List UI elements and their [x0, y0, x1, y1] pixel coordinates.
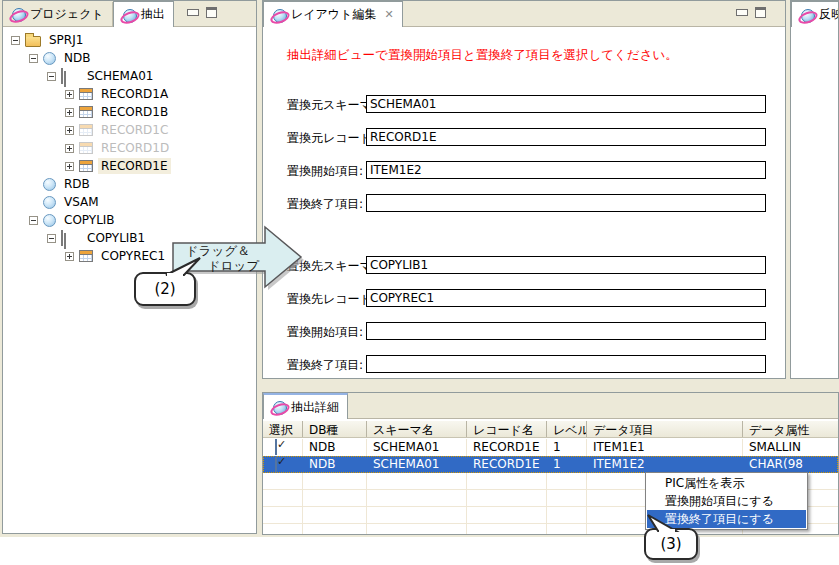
- tree-item-label: RECORD1D: [98, 140, 172, 156]
- drag-drop-label-line2: ドロップ: [208, 258, 259, 275]
- source-record-input[interactable]: [366, 128, 766, 146]
- source-end-item-label: 置換終了項目:: [287, 196, 363, 213]
- bubble-tail-icon: [646, 513, 682, 532]
- cell-dataitem: ITEM1E2: [587, 456, 743, 473]
- source-start-item-input[interactable]: [366, 161, 766, 179]
- expand-icon[interactable]: [65, 126, 74, 135]
- target-schema-input[interactable]: [366, 256, 766, 274]
- step-3-bubble: (3): [644, 528, 698, 560]
- reflect-panel: 反映: [790, 0, 839, 379]
- record-table-icon: [79, 88, 93, 100]
- cell-dbtype: NDB: [303, 456, 367, 473]
- source-record-label: 置換元レコード:: [287, 130, 376, 147]
- expand-icon[interactable]: [65, 144, 74, 153]
- step-2-label: (2): [154, 280, 175, 298]
- menu-item-set-start-item[interactable]: 置換開始項目にする: [647, 492, 806, 510]
- tree-item-sprj1[interactable]: SPRJ1: [3, 31, 256, 49]
- collapse-icon[interactable]: [29, 216, 38, 225]
- source-schema-input[interactable]: [366, 95, 766, 113]
- column-header-select[interactable]: 選択: [263, 421, 303, 437]
- table-row[interactable]: NDB SCHEMA01 RECORD1E 1 ITEM1E1 SMALLIN: [263, 439, 838, 456]
- reflect-tabbar: 反映: [791, 1, 838, 27]
- tab-layout-edit[interactable]: レイアウト編集 ✕: [263, 1, 403, 27]
- folder-icon: [25, 36, 41, 47]
- tab-layout-edit-label: レイアウト編集: [291, 6, 376, 23]
- tree-item-label: COPYLIB1: [84, 230, 148, 246]
- tree-item-record1d[interactable]: RECORD1D: [3, 139, 256, 157]
- minimize-icon[interactable]: [187, 9, 199, 16]
- checkbox-checked-icon[interactable]: [275, 456, 277, 472]
- table-header: 選択 DB種 スキーマ名 レコード名 レベル データ項目 データ属性: [263, 421, 838, 438]
- tab-project[interactable]: プロジェクト: [3, 2, 113, 26]
- tree-item-rdb[interactable]: RDB: [3, 175, 256, 193]
- expand-icon[interactable]: [65, 90, 74, 99]
- record-table-icon: [79, 124, 93, 136]
- source-end-item-input[interactable]: [366, 194, 766, 212]
- tree-item-label: SPRJ1: [46, 32, 86, 48]
- database-icon: [43, 214, 56, 227]
- tab-extract-detail-label: 抽出詳細: [291, 399, 339, 416]
- database-icon: [43, 52, 56, 65]
- checkbox-checked-icon[interactable]: [275, 439, 277, 455]
- tree-item-label: COPYLIB: [61, 212, 118, 228]
- instruction-message: 抽出詳細ビューで置換開始項目と置換終了項目を選択してください。: [287, 47, 678, 64]
- view-icon: [11, 7, 25, 21]
- column-header-schema[interactable]: スキーマ名: [367, 421, 467, 437]
- tree-item-vsam[interactable]: VSAM: [3, 193, 256, 211]
- tab-reflect-label: 反映: [819, 6, 839, 23]
- schema-icon: [61, 69, 79, 83]
- step-2-bubble: (2): [134, 272, 196, 306]
- expand-icon[interactable]: [65, 252, 74, 261]
- cell-dataitem: ITEM1E1: [587, 439, 743, 456]
- collapse-icon[interactable]: [29, 54, 38, 63]
- maximize-icon[interactable]: [755, 7, 766, 18]
- expand-icon[interactable]: [65, 162, 74, 171]
- table-row-selected[interactable]: NDB SCHEMA01 RECORD1E 1 ITEM1E2 CHAR(98: [263, 456, 838, 473]
- collapse-icon[interactable]: [47, 72, 56, 81]
- view-icon: [272, 400, 286, 414]
- menu-item-show-pic-attr[interactable]: PIC属性を表示: [647, 474, 806, 492]
- tab-extract-label: 抽出: [141, 6, 165, 23]
- tab-extract-detail[interactable]: 抽出詳細: [263, 393, 348, 419]
- column-header-level[interactable]: レベル: [547, 421, 587, 437]
- record-table-icon: [79, 250, 93, 262]
- layout-editor-tabbar: レイアウト編集 ✕: [263, 1, 785, 27]
- minimize-icon[interactable]: [736, 9, 748, 16]
- cell-dataattr: SMALLIN: [743, 439, 839, 456]
- tab-reflect[interactable]: 反映: [791, 1, 839, 27]
- target-end-item-label: 置換終了項目:: [287, 357, 363, 374]
- column-header-dataattr[interactable]: データ属性: [743, 421, 839, 437]
- database-icon: [43, 178, 56, 191]
- expand-icon[interactable]: [65, 108, 74, 117]
- column-header-dataitem[interactable]: データ項目: [587, 421, 743, 437]
- tree-item-record1e[interactable]: RECORD1E: [3, 157, 256, 175]
- navigator-window-buttons: [187, 7, 217, 18]
- tree-item-record1b[interactable]: RECORD1B: [3, 103, 256, 121]
- column-header-record[interactable]: レコード名: [467, 421, 547, 437]
- column-header-dbtype[interactable]: DB種: [303, 421, 367, 437]
- cell-record: RECORD1E: [467, 439, 547, 456]
- collapse-icon[interactable]: [11, 36, 20, 45]
- view-icon: [122, 8, 136, 22]
- target-start-item-label: 置換開始項目:: [287, 324, 363, 341]
- view-icon: [800, 8, 814, 22]
- tree-item-label: RECORD1E: [98, 158, 171, 174]
- maximize-icon[interactable]: [206, 7, 217, 18]
- target-record-label: 置換先レコード:: [287, 291, 376, 308]
- tab-project-label: プロジェクト: [30, 6, 104, 23]
- tree-item-schema01[interactable]: SCHEMA01: [3, 67, 256, 85]
- tree-item-record1a[interactable]: RECORD1A: [3, 85, 256, 103]
- source-start-item-label: 置換開始項目:: [287, 163, 363, 180]
- tree-item-label: SCHEMA01: [84, 68, 156, 84]
- tree-item-record1c[interactable]: RECORD1C: [3, 121, 256, 139]
- target-start-item-input[interactable]: [366, 322, 766, 340]
- close-icon[interactable]: ✕: [384, 8, 393, 21]
- target-end-item-input[interactable]: [366, 355, 766, 373]
- collapse-icon[interactable]: [47, 234, 56, 243]
- tab-extract[interactable]: 抽出: [113, 1, 174, 27]
- tree-item-ndb[interactable]: NDB: [3, 49, 256, 67]
- tree-item-label: RECORD1A: [98, 86, 171, 102]
- tree-item-label: NDB: [61, 50, 93, 66]
- layout-editor-window-buttons: [736, 7, 766, 18]
- target-record-input[interactable]: [366, 289, 766, 307]
